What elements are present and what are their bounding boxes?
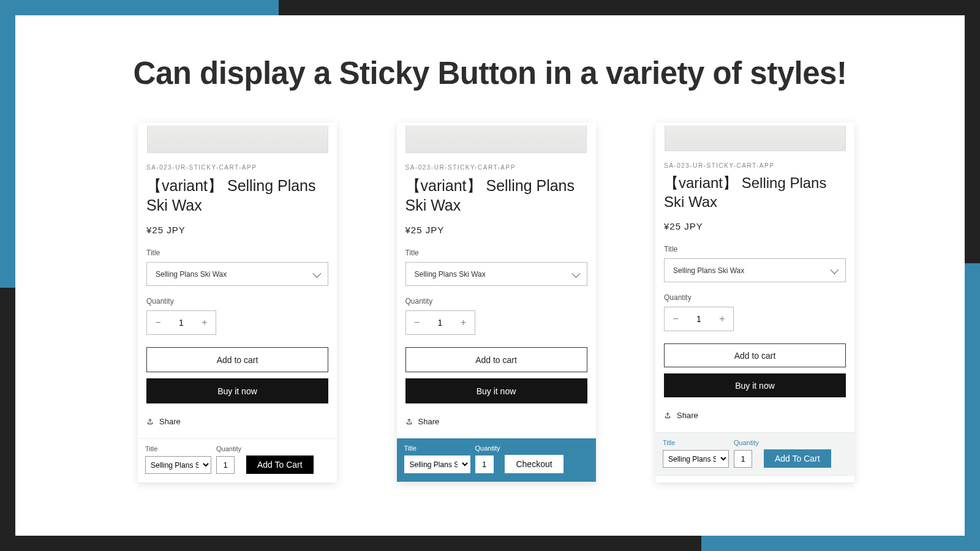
quantity-stepper[interactable]: − 1 + [146, 310, 216, 335]
sticky-quantity-label: Quantity [475, 444, 500, 452]
quantity-decrement[interactable]: − [665, 313, 687, 324]
chevron-down-icon [312, 269, 321, 277]
product-price: ¥25 JPY [146, 225, 328, 235]
product-card-row: SA-023-UR-STICKY-CART-APP 【variant】 Sell… [138, 122, 854, 482]
quantity-label: Quantity [146, 297, 328, 305]
sticky-title-label: Title [663, 439, 729, 446]
chevron-down-icon [571, 269, 580, 277]
vendor-name: SA-023-UR-STICKY-CART-APP [664, 162, 846, 169]
share-icon [146, 418, 154, 425]
buy-it-now-button[interactable]: Buy it now [664, 373, 846, 397]
sticky-variant-select[interactable]: Selling Plans Ski … [663, 450, 729, 468]
sticky-action-button[interactable]: Add To Cart [764, 449, 831, 468]
share-label: Share [418, 417, 440, 426]
vendor-name: SA-023-UR-STICKY-CART-APP [405, 164, 587, 171]
variant-selected-value: Selling Plans Ski Wax [673, 266, 744, 275]
product-title: 【variant】 Selling Plans Ski Wax [405, 176, 587, 215]
sticky-title-label: Title [404, 444, 470, 452]
variant-select[interactable]: Selling Plans Ski Wax [405, 262, 587, 286]
sticky-quantity-input[interactable] [475, 455, 494, 473]
share-icon [405, 418, 413, 425]
product-card: SA-023-UR-STICKY-CART-APP 【variant】 Sell… [655, 122, 854, 482]
product-image-placeholder [147, 126, 328, 153]
share-button[interactable]: Share [664, 411, 846, 420]
sticky-variant-select[interactable]: Selling Plans Ski … [404, 455, 470, 473]
variant-select[interactable]: Selling Plans Ski Wax [146, 262, 328, 286]
sticky-action-button[interactable]: Checkout [505, 455, 563, 473]
add-to-cart-button[interactable]: Add to cart [405, 347, 587, 372]
product-title: 【variant】 Selling Plans Ski Wax [146, 176, 328, 215]
sticky-quantity-label: Quantity [734, 439, 759, 446]
add-to-cart-button[interactable]: Add to cart [664, 343, 846, 367]
sticky-quantity-label: Quantity [216, 445, 241, 452]
quantity-stepper[interactable]: − 1 + [405, 310, 475, 335]
chevron-down-icon [830, 265, 839, 274]
product-image-placeholder [405, 126, 587, 153]
sticky-bar: Title Selling Plans Ski … Quantity Add T… [138, 438, 337, 482]
product-card: SA-023-UR-STICKY-CART-APP 【variant】 Sell… [397, 122, 596, 482]
buy-it-now-button[interactable]: Buy it now [405, 378, 587, 403]
variant-label: Title [146, 249, 328, 257]
quantity-value: 1 [169, 318, 194, 328]
quantity-decrement[interactable]: − [406, 317, 428, 328]
variant-label: Title [664, 245, 846, 253]
buy-it-now-button[interactable]: Buy it now [146, 378, 328, 403]
product-price: ¥25 JPY [405, 225, 587, 235]
product-card: SA-023-UR-STICKY-CART-APP 【variant】 Sell… [138, 122, 337, 482]
quantity-value: 1 [428, 318, 453, 328]
sticky-action-button[interactable]: Add To Cart [246, 455, 314, 474]
share-icon [664, 412, 671, 419]
quantity-increment[interactable]: + [453, 317, 475, 328]
variant-selected-value: Selling Plans Ski Wax [156, 270, 227, 279]
quantity-label: Quantity [664, 293, 846, 302]
variant-label: Title [405, 249, 587, 257]
share-button[interactable]: Share [405, 417, 587, 426]
quantity-decrement[interactable]: − [147, 317, 169, 328]
share-label: Share [677, 411, 698, 420]
variant-selected-value: Selling Plans Ski Wax [415, 270, 486, 279]
quantity-value: 1 [687, 314, 711, 324]
marketing-slide: Can display a Sticky Button in a variety… [0, 0, 980, 551]
quantity-label: Quantity [405, 297, 587, 305]
quantity-increment[interactable]: + [711, 313, 733, 324]
share-button[interactable]: Share [146, 417, 328, 426]
product-price: ¥25 JPY [664, 221, 846, 231]
slide-headline: Can display a Sticky Button in a variety… [15, 55, 965, 91]
sticky-title-label: Title [145, 445, 211, 452]
product-title: 【variant】 Selling Plans Ski Wax [664, 174, 846, 211]
quantity-stepper[interactable]: − 1 + [664, 307, 734, 331]
quantity-increment[interactable]: + [194, 317, 216, 328]
product-image-placeholder [665, 126, 846, 151]
sticky-bar: Title Selling Plans Ski … Quantity Add T… [655, 432, 854, 476]
sticky-variant-select[interactable]: Selling Plans Ski … [145, 456, 211, 474]
variant-select[interactable]: Selling Plans Ski Wax [664, 258, 846, 282]
slide-canvas: Can display a Sticky Button in a variety… [15, 15, 965, 536]
sticky-quantity-input[interactable] [216, 456, 235, 474]
sticky-quantity-input[interactable] [734, 450, 752, 468]
vendor-name: SA-023-UR-STICKY-CART-APP [146, 164, 328, 171]
add-to-cart-button[interactable]: Add to cart [146, 347, 328, 372]
sticky-bar: Title Selling Plans Ski … Quantity Check… [397, 438, 596, 482]
share-label: Share [159, 417, 181, 426]
